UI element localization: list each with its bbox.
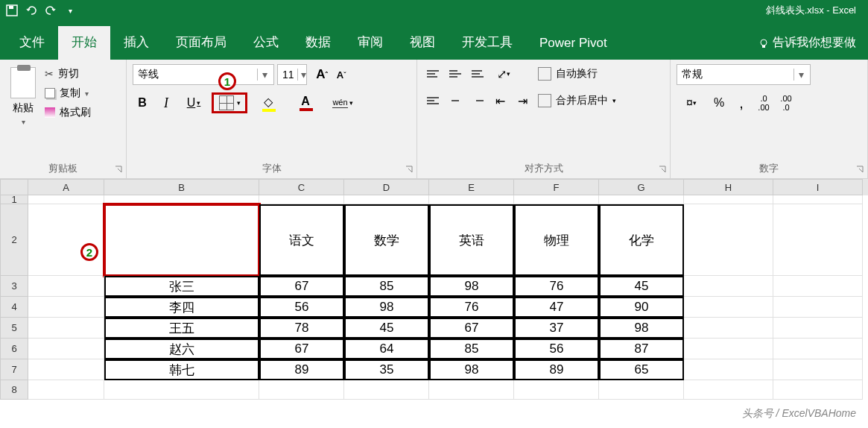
font-color-button[interactable]: A — [289, 92, 322, 113]
cell[interactable]: 英语 — [429, 204, 514, 276]
tab-data[interactable]: 数据 — [292, 26, 344, 60]
cell[interactable] — [773, 380, 863, 400]
cell[interactable]: 67 — [259, 339, 344, 359]
cell[interactable]: 98 — [599, 318, 684, 339]
row-header[interactable]: 3 — [0, 276, 28, 297]
cell[interactable] — [773, 359, 863, 380]
tab-page-layout[interactable]: 页面布局 — [162, 26, 240, 60]
accounting-button[interactable]: ¤▾ — [677, 92, 706, 113]
increase-decimal-button[interactable]: .0.00 — [754, 92, 773, 113]
align-bottom-button[interactable] — [468, 64, 487, 84]
cell[interactable] — [344, 380, 429, 400]
cell[interactable]: 76 — [429, 297, 514, 318]
cell[interactable]: 98 — [429, 359, 514, 380]
tab-review[interactable]: 审阅 — [344, 26, 396, 60]
cell[interactable] — [773, 204, 863, 276]
col-header[interactable]: E — [429, 179, 514, 195]
cell[interactable]: 37 — [514, 318, 599, 339]
tab-insert[interactable]: 插入 — [110, 26, 162, 60]
select-all-corner[interactable] — [0, 179, 28, 195]
fill-color-button[interactable]: ◇ — [252, 92, 285, 113]
cell[interactable] — [259, 380, 344, 400]
cell[interactable]: 85 — [344, 276, 429, 297]
cut-button[interactable]: ✂剪切 — [45, 67, 91, 81]
decrease-decimal-button[interactable]: .00.0 — [776, 92, 796, 113]
align-top-button[interactable] — [423, 64, 443, 84]
col-header[interactable]: H — [684, 179, 773, 195]
format-painter-button[interactable]: 格式刷 — [45, 106, 91, 119]
tab-home[interactable]: 开始 — [58, 26, 110, 60]
row-header[interactable]: 5 — [0, 318, 28, 339]
tell-me[interactable]: 告诉我你想要做 — [752, 28, 862, 60]
cell[interactable]: 87 — [599, 339, 684, 359]
cell[interactable]: 王五 — [104, 318, 259, 339]
dialog-launcher-icon[interactable] — [405, 165, 414, 174]
tab-file[interactable]: 文件 — [6, 26, 58, 60]
tab-power-pivot[interactable]: Power Pivot — [526, 28, 621, 60]
cell[interactable]: 35 — [344, 359, 429, 380]
align-center-button[interactable] — [446, 91, 465, 110]
col-header[interactable]: G — [599, 179, 684, 195]
row-header[interactable]: 2 — [0, 204, 28, 276]
undo-icon[interactable] — [25, 4, 37, 16]
cell[interactable]: 85 — [429, 339, 514, 359]
cell[interactable]: 89 — [514, 359, 599, 380]
cell[interactable]: 65 — [599, 359, 684, 380]
row-header[interactable]: 8 — [0, 380, 28, 400]
col-header[interactable]: C — [259, 179, 344, 195]
cell[interactable] — [28, 359, 104, 380]
cell[interactable] — [773, 339, 863, 359]
cell[interactable] — [773, 318, 863, 339]
cell[interactable]: 76 — [514, 276, 599, 297]
cell[interactable] — [514, 380, 599, 400]
cell[interactable] — [684, 204, 773, 276]
tab-formulas[interactable]: 公式 — [240, 26, 292, 60]
cell[interactable]: 56 — [259, 297, 344, 318]
cell[interactable] — [684, 195, 773, 204]
cell[interactable] — [773, 276, 863, 297]
cell[interactable]: 语文 — [259, 204, 344, 276]
cell[interactable] — [28, 339, 104, 359]
cell[interactable] — [514, 195, 599, 204]
cell[interactable]: 89 — [259, 359, 344, 380]
wrap-text-button[interactable]: 自动换行 — [535, 66, 601, 82]
cell[interactable] — [684, 276, 773, 297]
spreadsheet-grid[interactable]: A B C D E F G H I 1 2 语文 数学 英语 物理 化学 3 张… — [0, 179, 868, 400]
cell[interactable] — [104, 195, 259, 204]
cell[interactable]: 韩七 — [104, 359, 259, 380]
cell[interactable]: 67 — [429, 318, 514, 339]
increase-font-button[interactable]: Aˆ — [313, 65, 331, 84]
cell[interactable] — [344, 195, 429, 204]
cell[interactable]: 47 — [514, 297, 599, 318]
align-right-button[interactable] — [468, 91, 487, 110]
underline-button[interactable]: U▾ — [180, 92, 207, 113]
cell[interactable]: 数学 — [344, 204, 429, 276]
cell[interactable] — [684, 359, 773, 380]
dialog-launcher-icon[interactable] — [658, 165, 667, 174]
cell[interactable]: 64 — [344, 339, 429, 359]
cell[interactable]: 李四 — [104, 297, 259, 318]
cell[interactable] — [28, 318, 104, 339]
redo-icon[interactable] — [45, 4, 57, 16]
cell[interactable] — [684, 318, 773, 339]
decrease-indent-button[interactable]: ⇤ — [490, 91, 510, 110]
col-header[interactable]: I — [773, 179, 863, 195]
cell[interactable]: 90 — [599, 297, 684, 318]
col-header[interactable]: F — [514, 179, 599, 195]
cell[interactable] — [28, 195, 104, 204]
cell[interactable] — [599, 380, 684, 400]
row-header[interactable]: 6 — [0, 339, 28, 359]
cell[interactable]: 物理 — [514, 204, 599, 276]
cell[interactable]: 45 — [599, 276, 684, 297]
cell[interactable] — [684, 380, 773, 400]
bold-button[interactable]: B — [133, 92, 152, 113]
col-header[interactable]: D — [344, 179, 429, 195]
row-header[interactable]: 7 — [0, 359, 28, 380]
cell[interactable]: 98 — [344, 297, 429, 318]
cell[interactable] — [684, 297, 773, 318]
font-name-combo[interactable]: 等线▾ — [133, 64, 274, 85]
tab-developer[interactable]: 开发工具 — [449, 26, 526, 60]
cell[interactable] — [28, 380, 104, 400]
cell[interactable] — [773, 297, 863, 318]
cell[interactable] — [28, 204, 104, 276]
